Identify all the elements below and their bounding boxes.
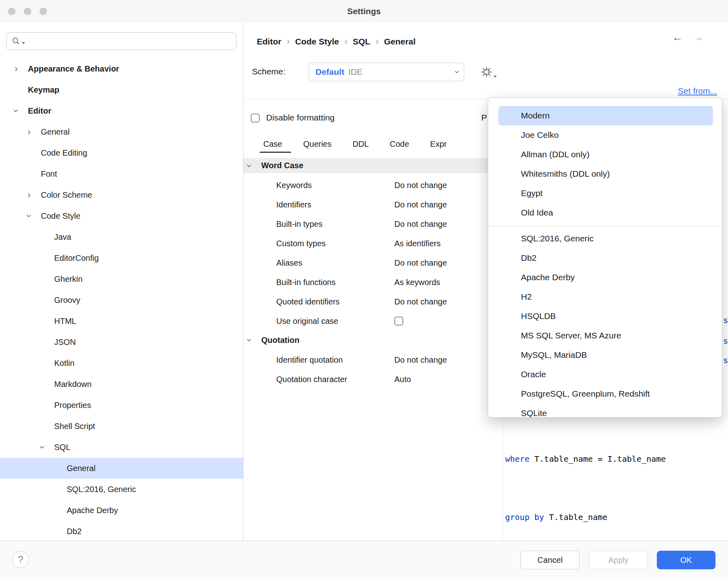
sidebar-item-java[interactable]: Java	[0, 226, 243, 247]
sidebar-item-label: Code Editing	[41, 148, 87, 158]
breadcrumb-item-editor[interactable]: Editor	[257, 37, 281, 46]
sidebar-item-editor[interactable]: › Editor	[0, 100, 243, 121]
sidebar-item-groovy[interactable]: Groovy	[0, 290, 243, 311]
preview-code-fragment: s	[723, 336, 728, 346]
sidebar-item-json[interactable]: JSON	[0, 332, 243, 353]
chevron-down-icon[interactable]: ›	[248, 161, 261, 171]
sidebar-item-code-editing[interactable]: Code Editing	[0, 142, 243, 163]
quotation-section-header[interactable]: › Quotation	[243, 331, 503, 349]
menu-item-oracle[interactable]: Oracle	[498, 365, 713, 384]
use-original-case-checkbox[interactable]	[394, 317, 403, 325]
minimize-button[interactable]	[24, 8, 31, 15]
menu-item-h2[interactable]: H2	[498, 287, 713, 306]
back-arrow-icon[interactable]: ←	[671, 31, 684, 44]
sidebar-item-sql[interactable]: › SQL	[0, 437, 243, 458]
disable-formatting-label[interactable]: Disable formatting	[266, 113, 334, 123]
gear-icon[interactable]	[480, 66, 493, 78]
sql-preview-code: where T.table_name = I.table_name group …	[505, 410, 666, 541]
word-case-section-header[interactable]: › Word Case	[243, 158, 503, 173]
scheme-select[interactable]: Default IDE ›	[309, 63, 464, 81]
sidebar-item-editorconfig[interactable]: EditorConfig	[0, 247, 243, 268]
chevron-down-icon[interactable]: ›	[15, 106, 28, 116]
tab-queries[interactable]: Queries	[303, 139, 332, 149]
setting-value-dropdown[interactable]: As keywords	[394, 278, 440, 287]
settings-tree: › Appearance & Behavior Keymap › Editor …	[0, 58, 243, 541]
code-line: group by T.table_name	[505, 507, 666, 527]
zoom-button[interactable]	[40, 8, 47, 15]
sidebar-item-editor-general[interactable]: › General	[0, 121, 243, 142]
close-button[interactable]	[8, 8, 15, 15]
breadcrumb-item-general[interactable]: General	[384, 37, 415, 46]
setting-value-dropdown[interactable]: Do not change	[394, 355, 447, 365]
sidebar-item-sql-general[interactable]: General	[0, 458, 243, 479]
sidebar-item-sql-2016-generic[interactable]: SQL:2016, Generic	[0, 479, 243, 500]
set-from-link[interactable]: Set from...	[678, 86, 717, 96]
tab-case[interactable]: Case	[263, 139, 282, 149]
sidebar-item-code-style[interactable]: › Code Style	[0, 205, 243, 226]
active-tab-underline	[260, 152, 291, 153]
tab-expression[interactable]: Expr	[430, 139, 447, 149]
chevron-down-icon[interactable]: ›	[41, 442, 54, 452]
sidebar-item-db2[interactable]: Db2	[0, 521, 243, 541]
menu-item-joe-celko[interactable]: Joe Celko	[498, 125, 713, 145]
title-bar: Settings	[0, 0, 728, 22]
set-from-style-menu: Modern Joe Celko Allman (DDL only) White…	[488, 97, 722, 418]
setting-value-dropdown[interactable]: Do not change	[394, 181, 447, 190]
breadcrumb-item-code-style[interactable]: Code Style	[295, 37, 339, 46]
chevron-right-icon[interactable]: ›	[28, 190, 41, 200]
sidebar-item-gherkin[interactable]: Gherkin	[0, 268, 243, 290]
menu-item-db2[interactable]: Db2	[498, 248, 713, 268]
sidebar-item-shell-script[interactable]: Shell Script	[0, 416, 243, 437]
help-button[interactable]: ?	[12, 551, 29, 568]
breadcrumb-item-sql[interactable]: SQL	[353, 37, 370, 46]
setting-row-identifier-quotation: Identifier quotation Do not change	[243, 350, 503, 370]
menu-item-sqlite[interactable]: SQLite	[498, 404, 713, 418]
menu-item-hsqldb[interactable]: HSQLDB	[498, 306, 713, 326]
tab-ddl[interactable]: DDL	[353, 139, 369, 149]
setting-value-dropdown[interactable]: Do not change	[394, 220, 447, 229]
sidebar-item-appearance-behavior[interactable]: › Appearance & Behavior	[0, 58, 243, 79]
setting-label: Aliases	[276, 258, 394, 268]
menu-item-modern[interactable]: Modern	[498, 106, 713, 125]
forward-arrow-icon[interactable]: →	[692, 31, 705, 44]
disable-formatting-checkbox[interactable]	[251, 114, 260, 123]
sidebar-item-font[interactable]: Font	[0, 163, 243, 184]
setting-value-dropdown[interactable]: Do not change	[394, 200, 447, 209]
sidebar-item-keymap[interactable]: Keymap	[0, 79, 243, 100]
setting-value-dropdown[interactable]: Auto	[394, 375, 411, 384]
menu-item-old-idea[interactable]: Old Idea	[498, 203, 713, 222]
setting-value-dropdown[interactable]: Do not change	[394, 258, 447, 268]
sidebar-item-properties[interactable]: Properties	[0, 395, 243, 416]
chevron-right-icon[interactable]: ›	[15, 64, 28, 74]
breadcrumb-separator: ›	[375, 36, 379, 47]
menu-item-sql-2016-generic[interactable]: SQL:2016, Generic	[498, 229, 713, 248]
menu-item-egypt[interactable]: Egypt	[498, 184, 713, 203]
menu-item-mysql-mariadb[interactable]: MySQL, MariaDB	[498, 345, 713, 365]
menu-item-allman[interactable]: Allman (DDL only)	[498, 145, 713, 164]
sidebar-item-apache-derby[interactable]: Apache Derby	[0, 500, 243, 521]
ok-button[interactable]: OK	[657, 551, 715, 569]
sidebar-item-markdown[interactable]: Markdown	[0, 374, 243, 395]
search-history-arrow-icon[interactable]	[22, 42, 25, 44]
scheme-value: Default	[315, 67, 344, 77]
menu-item-postgresql[interactable]: PostgreSQL, Greenplum, Redshift	[498, 384, 713, 404]
setting-value-dropdown[interactable]: As identifiers	[394, 239, 441, 248]
apply-button[interactable]: Apply	[589, 551, 648, 569]
cancel-button[interactable]: Cancel	[521, 551, 580, 569]
menu-item-whitesmiths[interactable]: Whitesmiths (DDL only)	[498, 164, 713, 184]
menu-item-apache-derby[interactable]: Apache Derby	[498, 268, 713, 287]
sidebar-item-html[interactable]: HTML	[0, 311, 243, 332]
setting-label: Identifier quotation	[276, 355, 394, 365]
tab-code[interactable]: Code	[390, 139, 409, 149]
chevron-down-icon[interactable]: ›	[28, 211, 41, 221]
menu-item-ms-sql-server[interactable]: MS SQL Server, MS Azure	[498, 326, 713, 345]
search-input[interactable]	[26, 33, 236, 50]
setting-row-quotation-character: Quotation character Auto	[243, 370, 503, 389]
search-field[interactable]	[6, 32, 237, 50]
chevron-down-icon[interactable]: ›	[248, 335, 261, 345]
setting-value-dropdown[interactable]: Do not change	[394, 297, 447, 306]
sidebar-item-kotlin[interactable]: Kotlin	[0, 353, 243, 374]
chevron-right-icon[interactable]: ›	[28, 127, 41, 137]
sidebar-item-color-scheme[interactable]: › Color Scheme	[0, 184, 243, 205]
setting-label: Keywords	[276, 181, 394, 190]
